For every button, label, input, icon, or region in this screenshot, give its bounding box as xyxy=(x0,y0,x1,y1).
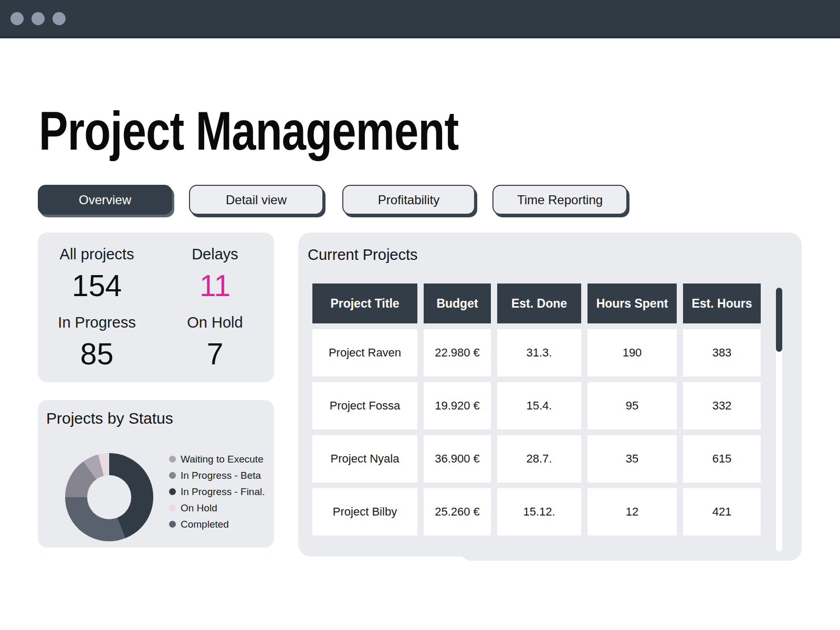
legend-dot-beta-icon xyxy=(169,472,176,479)
projects-by-status-card: Projects by Status Waiting to Execute In… xyxy=(38,400,274,548)
table-cell-est-hours: 332 xyxy=(683,382,761,429)
window-control-dot-3[interactable] xyxy=(52,12,66,25)
legend-dot-on-hold-icon xyxy=(169,505,176,511)
legend-label-waiting: Waiting to Execute xyxy=(181,454,264,465)
table-cell-est-hours: 383 xyxy=(683,329,761,376)
table-cell-title: Project Nyala xyxy=(312,435,417,482)
current-projects-title: Current Projects xyxy=(308,246,418,264)
legend-dot-completed-icon xyxy=(169,521,176,528)
table-cell-hours-spent: 95 xyxy=(587,382,677,429)
page-title: Project Management xyxy=(39,100,458,162)
table-cell-budget: 22.980 € xyxy=(424,329,491,376)
status-card-title: Projects by Status xyxy=(46,410,173,427)
stat-on-hold-label: On Hold xyxy=(187,314,243,331)
column-header-hours-spent: Hours Spent xyxy=(587,284,677,323)
legend-label-on-hold: On Hold xyxy=(181,502,217,514)
stat-on-hold: On Hold 7 xyxy=(156,309,274,377)
legend-dot-final-icon xyxy=(169,488,176,495)
table-cell-title: Project Raven xyxy=(312,329,417,376)
stat-delays: Delays 11 xyxy=(156,240,274,309)
table-cell-budget: 25.260 € xyxy=(424,488,491,536)
stat-in-progress: In Progress 85 xyxy=(38,309,156,377)
window-control-dot-1[interactable] xyxy=(10,12,24,25)
stat-all-projects: All projects 154 xyxy=(38,240,156,309)
status-donut-chart xyxy=(65,453,153,541)
current-projects-panel: Current Projects Project Title Budget Es… xyxy=(298,233,802,556)
legend-item-completed: Completed xyxy=(169,519,265,529)
tab-profitability-label: Profitability xyxy=(378,193,439,207)
window-control-dot-2[interactable] xyxy=(32,12,45,25)
table-cell-hours-spent: 35 xyxy=(587,435,677,482)
stat-in-progress-value: 85 xyxy=(80,337,113,371)
table-cell-budget: 19.920 € xyxy=(424,382,491,429)
stat-in-progress-label: In Progress xyxy=(58,314,135,331)
table-cell-est-done: 28.7. xyxy=(497,435,581,482)
summary-stats-card: All projects 154 Delays 11 In Progress 8… xyxy=(38,233,274,382)
stat-all-projects-label: All projects xyxy=(60,246,134,263)
legend-item-on-hold: On Hold xyxy=(169,503,265,513)
tab-overview[interactable]: Overview xyxy=(38,185,172,215)
tab-profitability[interactable]: Profitability xyxy=(342,185,475,215)
stat-on-hold-value: 7 xyxy=(207,337,224,371)
table-cell-budget: 36.900 € xyxy=(424,435,491,482)
legend-label-completed: Completed xyxy=(181,519,229,530)
status-legend: Waiting to Execute In Progress - Beta In… xyxy=(169,454,265,529)
legend-label-final: In Progress - Final. xyxy=(181,486,265,498)
table-cell-est-done: 15.12. xyxy=(497,488,581,536)
projects-table: Project Title Budget Est. Done Hours Spe… xyxy=(312,284,762,536)
stat-delays-label: Delays xyxy=(192,246,238,263)
table-cell-hours-spent: 190 xyxy=(587,329,677,376)
table-scrollbar-thumb[interactable] xyxy=(776,288,782,352)
tab-time-reporting[interactable]: Time Reporting xyxy=(492,185,627,215)
legend-item-beta: In Progress - Beta xyxy=(169,470,265,480)
table-cell-title: Project Bilby xyxy=(312,488,417,536)
tab-detail-view[interactable]: Detail view xyxy=(189,185,323,215)
table-scrollbar-track[interactable] xyxy=(776,288,782,551)
table-cell-est-hours: 421 xyxy=(683,488,761,536)
column-header-project-title: Project Title xyxy=(312,284,417,323)
tab-overview-label: Overview xyxy=(79,193,131,207)
legend-label-beta: In Progress - Beta xyxy=(181,470,261,481)
tab-time-reporting-label: Time Reporting xyxy=(517,193,603,207)
table-cell-est-hours: 615 xyxy=(683,435,761,482)
legend-item-waiting: Waiting to Execute xyxy=(169,454,265,464)
table-cell-est-done: 31.3. xyxy=(497,329,581,376)
stat-all-projects-value: 154 xyxy=(72,268,122,303)
column-header-est-done: Est. Done xyxy=(497,284,581,323)
stat-delays-value: 11 xyxy=(200,268,230,303)
table-cell-title: Project Fossa xyxy=(312,382,417,429)
table-cell-hours-spent: 12 xyxy=(587,488,677,536)
table-cell-est-done: 15.4. xyxy=(497,382,581,429)
column-header-est-hours: Est. Hours xyxy=(683,284,761,323)
legend-dot-waiting-icon xyxy=(169,456,176,463)
tab-detail-view-label: Detail view xyxy=(226,193,287,207)
window-titlebar xyxy=(0,0,840,38)
column-header-budget: Budget xyxy=(424,284,491,323)
legend-item-final: In Progress - Final. xyxy=(169,487,265,497)
